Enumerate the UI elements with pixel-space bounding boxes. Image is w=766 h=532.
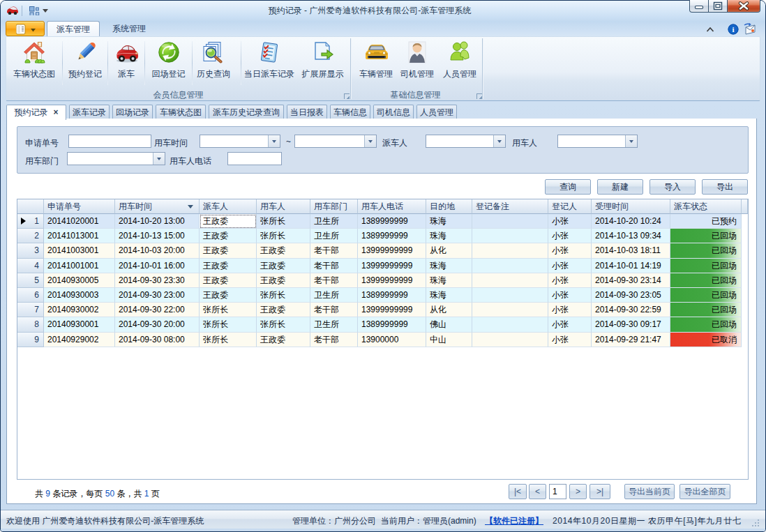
svg-text:i: i [732, 25, 734, 33]
